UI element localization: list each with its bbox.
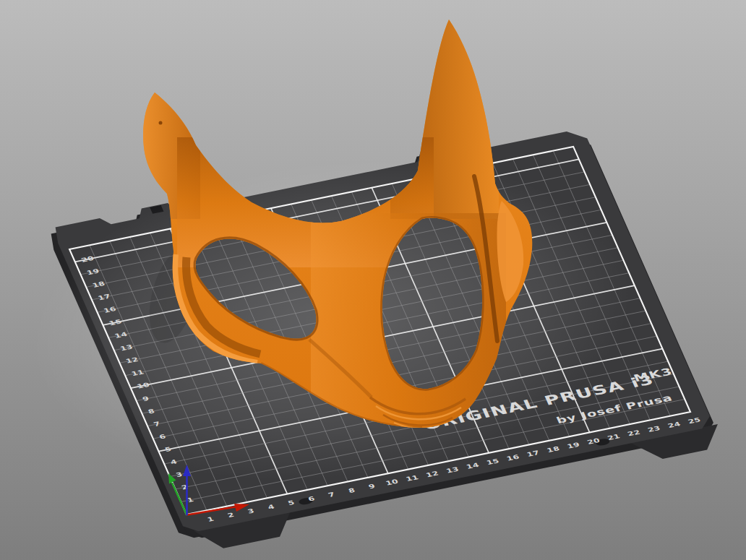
3d-viewport[interactable]: 1234567891011121314151617181920212223242… bbox=[0, 0, 746, 560]
mask-horn-pit bbox=[159, 121, 163, 125]
